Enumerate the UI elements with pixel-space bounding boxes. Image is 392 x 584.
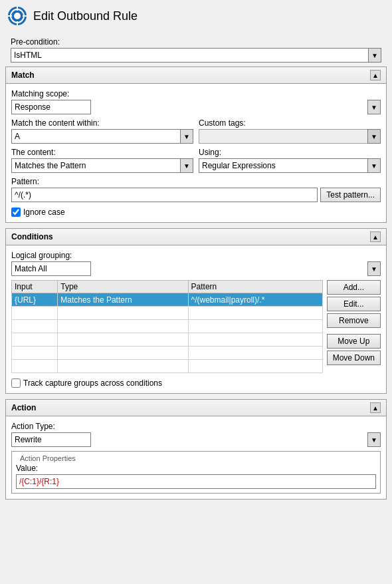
ignore-case-checkbox[interactable] bbox=[11, 208, 21, 217]
pattern-label: Pattern: bbox=[11, 177, 381, 186]
the-content-select[interactable]: Matches the Pattern Does Not Match the P… bbox=[11, 158, 193, 173]
using-select[interactable]: Regular Expressions Wildcards Exact Matc… bbox=[199, 158, 381, 173]
precondition-select-wrapper: IsHTML None ▼ bbox=[11, 48, 381, 63]
conditions-panel: Conditions ▲ Logical grouping: Match All… bbox=[5, 228, 387, 394]
cell-input: {URL} bbox=[12, 293, 58, 307]
conditions-body: Logical grouping: Match All Match Any ▼ … bbox=[6, 245, 386, 393]
table-row[interactable] bbox=[12, 320, 323, 333]
action-type-arrow: ▼ bbox=[367, 432, 381, 447]
content-within-label: Match the content within: bbox=[11, 118, 193, 128]
cell-type: Matches the Pattern bbox=[58, 293, 188, 307]
action-header: Action ▲ bbox=[6, 400, 386, 416]
test-pattern-button[interactable]: Test pattern... bbox=[320, 188, 381, 202]
table-row[interactable] bbox=[12, 347, 323, 360]
match-collapse-btn[interactable]: ▲ bbox=[370, 70, 381, 80]
the-content-col: The content: Matches the Pattern Does No… bbox=[11, 148, 193, 173]
match-title: Match bbox=[11, 71, 35, 80]
action-type-label: Action Type: bbox=[11, 422, 381, 431]
edit-button[interactable]: Edit... bbox=[327, 297, 381, 311]
match-header: Match ▲ bbox=[6, 67, 386, 84]
conditions-area: Input Type Pattern {URL} Matches the Pat… bbox=[11, 280, 381, 373]
logical-grouping-select-wrapper: Match All Match Any ▼ bbox=[11, 261, 381, 276]
action-type-select[interactable]: Rewrite Redirect CustomResponse AbortReq… bbox=[11, 432, 91, 447]
pattern-input[interactable] bbox=[11, 188, 318, 202]
matching-scope-label: Matching scope: bbox=[11, 89, 381, 98]
the-content-label: The content: bbox=[11, 148, 193, 157]
page-header: Edit Outbound Rule bbox=[0, 0, 392, 32]
add-button[interactable]: Add... bbox=[327, 280, 381, 295]
table-row[interactable]: {URL} Matches the Pattern ^/(webmail|pay… bbox=[12, 293, 323, 307]
cell-pattern: ^/(webmail|payroll)/.* bbox=[188, 293, 322, 307]
ignore-case-label: Ignore case bbox=[23, 208, 65, 217]
app-icon bbox=[7, 5, 28, 27]
track-row: Track capture groups across conditions bbox=[11, 378, 381, 388]
content-within-col: Match the content within: A IMG FORM FRA… bbox=[11, 118, 193, 144]
page-content: Pre-condition: IsHTML None ▼ Match ▲ Mat… bbox=[0, 32, 392, 508]
track-checkbox[interactable] bbox=[11, 378, 21, 388]
using-label: Using: bbox=[199, 148, 381, 157]
precondition-label: Pre-condition: bbox=[11, 35, 381, 47]
precondition-select[interactable]: IsHTML None bbox=[11, 48, 381, 63]
content-within-select-wrapper: A IMG FORM FRAME IFRAME INPUT HEAD ▼ bbox=[11, 129, 193, 144]
table-row[interactable] bbox=[12, 360, 323, 373]
action-panel: Action ▲ Action Type: Rewrite Redirect C… bbox=[5, 399, 387, 500]
col-pattern: Pattern bbox=[188, 281, 322, 293]
conditions-header: Conditions ▲ bbox=[6, 229, 386, 245]
value-input[interactable] bbox=[16, 474, 376, 489]
page-title: Edit Outbound Rule bbox=[33, 9, 138, 23]
custom-tags-label: Custom tags: bbox=[199, 118, 381, 128]
matching-scope-select[interactable]: Response Request bbox=[11, 100, 91, 114]
custom-tags-select[interactable] bbox=[199, 129, 381, 144]
track-label: Track capture groups across conditions bbox=[23, 378, 162, 388]
action-type-col: Action Type: Rewrite Redirect CustomResp… bbox=[11, 422, 381, 447]
value-col: Value: bbox=[16, 464, 376, 489]
logical-grouping-col: Logical grouping: Match All Match Any ▼ bbox=[11, 251, 381, 276]
conditions-title: Conditions bbox=[11, 232, 53, 241]
using-col: Using: Regular Expressions Wildcards Exa… bbox=[199, 148, 381, 173]
logical-grouping-arrow: ▼ bbox=[367, 261, 381, 276]
svg-point-2 bbox=[14, 13, 21, 19]
remove-button[interactable]: Remove bbox=[327, 313, 381, 328]
content-within-row: Match the content within: A IMG FORM FRA… bbox=[11, 118, 381, 144]
pattern-row: Test pattern... bbox=[11, 188, 381, 202]
matching-scope-col: Matching scope: Response Request ▼ bbox=[11, 89, 381, 114]
content-using-row: The content: Matches the Pattern Does No… bbox=[11, 148, 381, 173]
matching-scope-select-wrapper: Response Request ▼ bbox=[11, 100, 381, 114]
pattern-col: Pattern: Test pattern... bbox=[11, 177, 381, 202]
logical-grouping-label: Logical grouping: bbox=[11, 251, 381, 260]
move-down-button[interactable]: Move Down bbox=[327, 351, 381, 365]
custom-tags-select-wrapper: ▼ bbox=[199, 129, 381, 144]
match-panel: Match ▲ Matching scope: Response Request… bbox=[5, 67, 387, 223]
precondition-section: Pre-condition: IsHTML None ▼ bbox=[5, 35, 387, 67]
action-props-group: Action Properties Value: bbox=[11, 451, 381, 494]
ignore-case-row: Ignore case bbox=[11, 208, 381, 217]
conditions-buttons: Add... Edit... Remove Move Up Move Down bbox=[327, 280, 381, 373]
using-select-wrapper: Regular Expressions Wildcards Exact Matc… bbox=[199, 158, 381, 173]
content-within-select[interactable]: A IMG FORM FRAME IFRAME INPUT HEAD bbox=[11, 129, 193, 144]
action-title: Action bbox=[11, 403, 36, 412]
col-type: Type bbox=[58, 281, 188, 293]
conditions-collapse-btn[interactable]: ▲ bbox=[370, 231, 381, 242]
conditions-table: Input Type Pattern {URL} Matches the Pat… bbox=[11, 280, 323, 373]
logical-grouping-select[interactable]: Match All Match Any bbox=[11, 261, 91, 276]
the-content-select-wrapper: Matches the Pattern Does Not Match the P… bbox=[11, 158, 193, 173]
table-row[interactable] bbox=[12, 333, 323, 347]
action-collapse-btn[interactable]: ▲ bbox=[370, 402, 381, 413]
matching-scope-arrow: ▼ bbox=[367, 100, 381, 114]
action-body: Action Type: Rewrite Redirect CustomResp… bbox=[6, 416, 386, 499]
custom-tags-col: Custom tags: ▼ bbox=[199, 118, 381, 144]
action-props-legend: Action Properties bbox=[19, 454, 77, 462]
table-row[interactable] bbox=[12, 307, 323, 320]
conditions-left: Input Type Pattern {URL} Matches the Pat… bbox=[11, 280, 323, 373]
action-type-select-wrapper: Rewrite Redirect CustomResponse AbortReq… bbox=[11, 432, 381, 447]
col-input: Input bbox=[12, 281, 58, 293]
move-up-button[interactable]: Move Up bbox=[327, 334, 381, 349]
match-body: Matching scope: Response Request ▼ Match… bbox=[6, 84, 386, 222]
value-label: Value: bbox=[16, 464, 376, 473]
